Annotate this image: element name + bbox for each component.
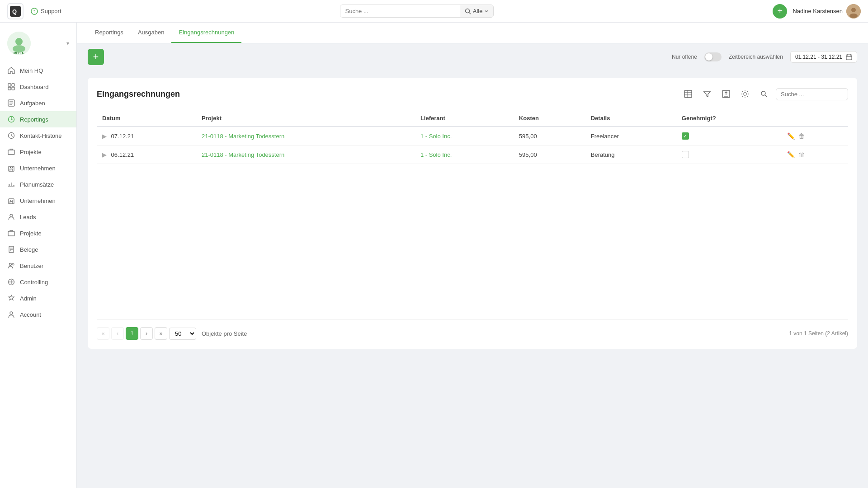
account-icon [7,310,15,319]
table-row: ▶ 06.12.21 21-0118 - Marketing Todesster… [97,145,848,164]
sidebar-item-controlling[interactable]: Controlling [0,274,76,290]
svg-text:MEDIA: MEDIA [14,52,24,55]
sidebar-item-reportings[interactable]: Reportings [0,111,76,127]
delete-icon[interactable]: 🗑 [798,151,805,158]
add-record-button[interactable]: + [88,49,104,65]
card-header: Eingangsrechnungen [97,87,848,101]
cell-kosten: 595,00 [514,127,585,145]
col-kosten: Kosten [514,110,585,127]
row-expand-btn[interactable]: ▶ [102,133,107,140]
page-next-button[interactable]: › [140,327,153,340]
topbar-search-btn[interactable]: Alle [460,5,494,17]
sidebar-item-benutzer[interactable]: Benutzer [0,258,76,274]
svg-point-7 [851,8,856,12]
svg-rect-30 [11,183,12,186]
supplier-link[interactable]: 1 - Solo Inc. [420,133,452,140]
cell-actions: ✏️ 🗑 [782,145,848,164]
table-view-button[interactable] [681,87,695,101]
svg-rect-14 [8,84,11,86]
topbar-avatar [846,4,861,19]
row-expand-btn[interactable]: ▶ [102,151,107,158]
company-logo[interactable]: MEDIA GMBH [7,32,31,55]
sidebar-item-unternehmen-2[interactable]: Unternehmen [0,192,76,209]
sidebar-item-aufgaben[interactable]: Aufgaben [0,95,76,111]
svg-rect-31 [13,185,14,186]
filter-button[interactable] [700,87,714,101]
tab-reportings[interactable]: Reportings [88,23,131,43]
sidebar-item-projekte-1[interactable]: Projekte [0,144,76,160]
svg-line-5 [469,12,471,14]
sidebar-item-leads[interactable]: Leads [0,209,76,225]
page-first-button[interactable]: « [97,327,109,340]
content-area: Eingangsrechnungen [77,70,868,488]
card-search-input[interactable] [776,88,848,100]
svg-rect-26 [10,167,11,168]
topbar-support[interactable]: ? Support [31,8,61,15]
cell-genehmigt [676,145,782,164]
table-header-row: Datum Projekt Lieferant Kosten Details G… [97,110,848,127]
sidebar-logo-section: MEDIA GMBH ▾ [0,28,76,62]
svg-rect-29 [9,184,10,186]
nur-offene-toggle[interactable] [704,52,722,61]
projects-icon [7,148,15,156]
delete-icon[interactable]: 🗑 [798,132,805,140]
settings-button[interactable] [738,87,752,101]
sidebar-item-admin[interactable]: Admin [0,290,76,306]
tasks-icon [7,99,15,107]
svg-point-35 [10,214,13,217]
date-range-button[interactable]: 01.12.21 - 31.12.21 [790,51,857,63]
sidebar-item-kontakt-historie[interactable]: Kontakt-Historie [0,127,76,144]
svg-rect-24 [8,150,14,155]
svg-point-59 [761,91,765,95]
topbar-user[interactable]: Nadine Karstensen [793,4,861,19]
edit-icon[interactable]: ✏️ [787,151,795,158]
svg-point-42 [12,263,14,265]
topbar-add-button[interactable]: + [773,4,787,19]
sidebar-item-projekte-2[interactable]: Projekte [0,225,76,241]
leads-icon [7,213,15,221]
svg-rect-47 [846,55,852,60]
topbar-search-input[interactable] [340,5,459,17]
tab-ausgaben[interactable]: Ausgaben [131,23,172,43]
sidebar-item-mein-hq[interactable]: Mein HQ [0,62,76,79]
sidebar-item-account[interactable]: Account [0,306,76,323]
layout: MEDIA GMBH ▾ Mein HQ Dashboard Aufgaben [0,23,868,488]
sidebar-item-planums-tze[interactable]: Planumsätze [0,176,76,192]
pagination-summary: 1 von 1 Seiten (2 Artikel) [789,330,848,337]
col-projekt: Projekt [196,110,415,127]
svg-point-8 [849,14,858,18]
toolbar-right: Nur offene Zeitbereich auswählen 01.12.2… [672,51,857,63]
page-1-button[interactable]: 1 [126,327,138,340]
sidebar-item-dashboard[interactable]: Dashboard [0,79,76,95]
approved-checkbox-checked[interactable]: ✓ [682,132,689,140]
cell-details: Beratung [585,145,676,164]
project-link[interactable]: 21-0118 - Marketing Todesstern [202,133,284,140]
toggle-knob [705,53,712,61]
card-title: Eingangsrechnungen [97,89,180,99]
page-prev-button[interactable]: ‹ [111,327,124,340]
admin-icon [7,294,15,302]
page-last-button[interactable]: » [155,327,167,340]
col-datum: Datum [97,110,196,127]
cell-details: Freelancer [585,127,676,145]
sidebar-item-unternehmen-1[interactable]: Unternehmen [0,160,76,176]
edit-icon[interactable]: ✏️ [787,132,795,140]
export-button[interactable] [719,87,733,101]
home-icon [7,66,15,75]
per-page-select[interactable]: 50 25 100 [169,328,196,340]
approved-checkbox-unchecked[interactable] [682,151,689,158]
topbar: Q ? Support Alle + Nadine Karstensen [0,0,868,23]
topbar-logo[interactable]: Q [7,3,24,19]
col-actions [782,110,848,127]
project-link[interactable]: 21-0118 - Marketing Todesstern [202,151,284,158]
cell-projekt: 21-0118 - Marketing Todesstern [196,127,415,145]
svg-rect-51 [684,90,692,98]
pagination-left: « ‹ 1 › » 50 25 100 Objekte pro Seite [97,327,247,340]
zeitbereich-label: Zeitbereich auswählen [729,54,783,60]
svg-rect-34 [12,200,13,201]
supplier-link[interactable]: 1 - Solo Inc. [420,151,452,158]
sidebar-item-belege[interactable]: Belege [0,241,76,258]
sidebar-collapse-arrow[interactable]: ▾ [66,40,69,47]
tab-eingangsrechnungen[interactable]: Eingangsrechnungen [171,23,241,43]
search-toggle-button[interactable] [757,87,771,101]
